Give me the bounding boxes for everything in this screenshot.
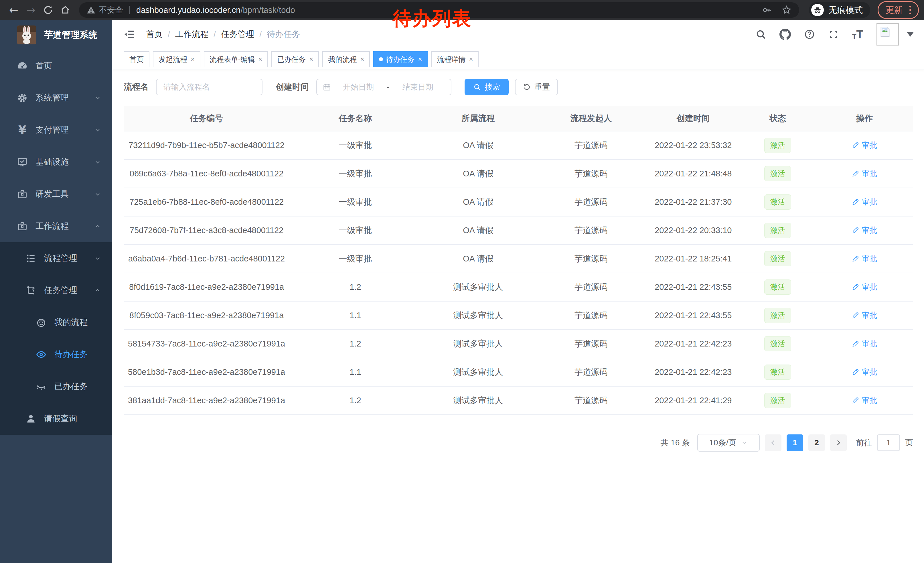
- breadcrumb-item[interactable]: 首页: [146, 29, 163, 40]
- task-name-cell: 一级审批: [290, 168, 422, 180]
- url-path[interactable]: /bpm/task/todo: [240, 6, 295, 15]
- breadcrumb-item[interactable]: 工作流程: [175, 29, 208, 40]
- sidebar-menu: 首页系统管理¥支付管理基础设施研发工具工作流程流程管理任务管理我的流程待办任务已…: [0, 50, 112, 435]
- app-logo-row[interactable]: 芋道管理系统: [0, 20, 112, 50]
- sidebar-item-label: 待办任务: [54, 349, 88, 360]
- sidebar-item-8[interactable]: 我的流程: [0, 306, 112, 338]
- approve-link-label: 审批: [862, 168, 877, 179]
- next-page-button[interactable]: [830, 434, 847, 451]
- table-row-9: 381aa1dd-7ac8-11ec-a9e2-a2380e71991a1.2测…: [124, 387, 913, 415]
- tab-6[interactable]: 流程详情×: [431, 51, 478, 67]
- page-number-2[interactable]: 2: [808, 434, 825, 451]
- sidebar-item-9[interactable]: 待办任务: [0, 338, 112, 371]
- sidebar-item-6[interactable]: 流程管理: [0, 242, 112, 274]
- avatar-caret-icon[interactable]: [907, 32, 914, 37]
- task-id-cell: 580e1b3d-7ac8-11ec-a9e2-a2380e71991a: [124, 368, 290, 377]
- reset-button[interactable]: 重置: [515, 79, 558, 95]
- sidebar-item-10[interactable]: 已办任务: [0, 371, 112, 402]
- fullscreen-icon[interactable]: [828, 29, 839, 40]
- status-cell: 激活: [740, 393, 816, 408]
- key-icon[interactable]: [762, 5, 772, 15]
- approve-link[interactable]: 审批: [852, 168, 877, 179]
- reload-icon[interactable]: [40, 3, 56, 18]
- approve-link-label: 审批: [862, 395, 877, 405]
- eye-closed-icon: [35, 381, 48, 392]
- update-label[interactable]: 更新: [885, 4, 903, 16]
- goto-page-input[interactable]: [877, 434, 900, 451]
- tab-close-icon[interactable]: ×: [309, 56, 313, 63]
- create-time-cell: 2022-01-21 22:41:29: [647, 396, 740, 405]
- bookmark-star-icon[interactable]: [782, 5, 792, 15]
- status-cell: 激活: [740, 308, 816, 323]
- avatar[interactable]: [876, 23, 899, 45]
- sidebar-item-0[interactable]: 首页: [0, 50, 112, 82]
- process-name-input[interactable]: [163, 83, 256, 92]
- task-id-cell: 58154733-7ac8-11ec-a9e2-a2380e71991a: [124, 339, 290, 348]
- tab-0[interactable]: 首页: [124, 51, 149, 67]
- help-icon[interactable]: [804, 29, 815, 40]
- sidebar-item-label: 工作流程: [36, 221, 69, 232]
- tab-5[interactable]: 待办任务×: [373, 51, 428, 67]
- browser-update-button[interactable]: 更新: [878, 1, 919, 19]
- font-size-icon[interactable]: TT: [852, 29, 863, 40]
- sidebar-item-5[interactable]: 工作流程: [0, 210, 112, 242]
- tab-4[interactable]: 我的流程×: [322, 51, 370, 67]
- search-button[interactable]: 搜索: [465, 79, 508, 95]
- date-range-picker[interactable]: 开始日期 - 结束日期: [316, 79, 452, 95]
- approve-link[interactable]: 审批: [852, 225, 877, 236]
- browser-menu-icon[interactable]: [908, 6, 913, 14]
- tab-2[interactable]: 流程表单-编辑×: [204, 51, 268, 67]
- table-row-4: a6aba0a4-7b6d-11ec-b781-acde48001122一级审批…: [124, 245, 913, 273]
- tab-close-icon[interactable]: ×: [258, 56, 262, 63]
- tab-close-icon[interactable]: ×: [360, 56, 364, 63]
- start-date-placeholder[interactable]: 开始日期: [331, 82, 386, 92]
- tab-close-icon[interactable]: ×: [469, 56, 473, 63]
- table-body: 73211d9d-7b9b-11ec-b5b7-acde48001122一级审批…: [124, 131, 913, 415]
- task-id-cell: 73211d9d-7b9b-11ec-b5b7-acde48001122: [124, 141, 290, 150]
- approve-link[interactable]: 审批: [852, 395, 877, 405]
- task-name-cell: 1.1: [290, 368, 422, 377]
- approve-link[interactable]: 审批: [852, 338, 877, 349]
- sidebar-item-11[interactable]: 请假查询: [0, 402, 112, 435]
- process-name-cell: OA 请假: [422, 197, 535, 208]
- table-row-6: 8f059c03-7ac8-11ec-a9e2-a2380e71991a1.1测…: [124, 302, 913, 330]
- status-badge: 激活: [764, 336, 791, 351]
- forward-icon[interactable]: →: [24, 3, 38, 18]
- search-icon[interactable]: [755, 29, 766, 40]
- tab-3[interactable]: 已办任务×: [272, 51, 319, 67]
- approve-link[interactable]: 审批: [852, 254, 877, 264]
- sidebar-item-7[interactable]: 任务管理: [0, 274, 112, 306]
- approve-link[interactable]: 审批: [852, 282, 877, 292]
- column-header-2: 所属流程: [422, 113, 535, 124]
- page-size-select[interactable]: 10条/页: [697, 434, 760, 452]
- back-icon[interactable]: ←: [6, 3, 21, 18]
- table-header-row: 任务编号任务名称所属流程流程发起人创建时间状态操作: [124, 106, 913, 131]
- breadcrumb-item[interactable]: 任务管理: [221, 29, 254, 40]
- process-starter-cell: 芋道源码: [535, 140, 647, 151]
- gauge-icon: [16, 60, 28, 71]
- approve-link[interactable]: 审批: [852, 310, 877, 320]
- app-title: 芋道管理系统: [44, 29, 98, 41]
- hamburger-collapse-icon[interactable]: [124, 29, 136, 41]
- sidebar-item-label: 已办任务: [54, 381, 88, 392]
- end-date-placeholder[interactable]: 结束日期: [391, 82, 446, 92]
- process-starter-cell: 芋道源码: [535, 197, 647, 208]
- prev-page-button[interactable]: [765, 434, 782, 451]
- url-host[interactable]: dashboard.yudao.iocoder.cn: [136, 6, 240, 15]
- sidebar-item-1[interactable]: 系统管理: [0, 82, 112, 114]
- tab-close-icon[interactable]: ×: [190, 56, 195, 63]
- tab-close-icon[interactable]: ×: [418, 56, 422, 63]
- security-label[interactable]: 不安全: [99, 5, 123, 15]
- sidebar-item-4[interactable]: 研发工具: [0, 178, 112, 210]
- page-number-1[interactable]: 1: [787, 434, 803, 451]
- tab-1[interactable]: 发起流程×: [153, 51, 200, 67]
- sidebar-item-2[interactable]: ¥支付管理: [0, 114, 112, 146]
- home-icon[interactable]: [58, 3, 73, 18]
- github-icon[interactable]: [780, 29, 791, 40]
- approve-link-label: 审批: [862, 225, 877, 236]
- approve-link[interactable]: 审批: [852, 197, 877, 207]
- approve-link[interactable]: 审批: [852, 367, 877, 377]
- sidebar-item-3[interactable]: 基础设施: [0, 146, 112, 178]
- range-separator: -: [386, 83, 391, 92]
- approve-link[interactable]: 审批: [852, 140, 877, 150]
